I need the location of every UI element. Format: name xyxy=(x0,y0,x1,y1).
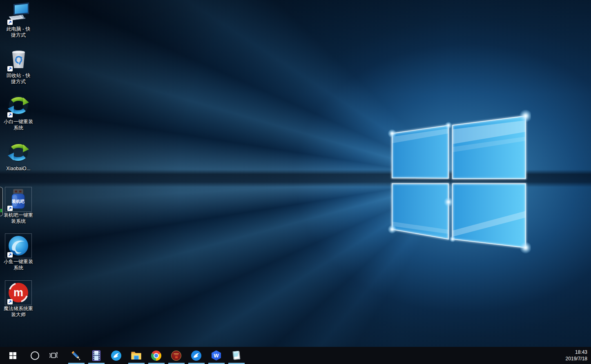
svg-text:m: m xyxy=(13,286,23,299)
taskbar-video-film-app[interactable] xyxy=(86,347,106,364)
shortcut-arrow-badge xyxy=(7,299,13,304)
taskbar-notepad[interactable] xyxy=(226,347,246,364)
task-view-icon xyxy=(49,352,58,359)
icon-label: 装机吧一键重装系统 xyxy=(0,212,37,224)
desktop-icon-xiaoyu-reinstall[interactable]: 小鱼一键重装系统 xyxy=(0,234,37,271)
desktop-icon-xiaobai-reinstall[interactable]: 小白一键重装系统 xyxy=(0,94,37,131)
shortcut-arrow-badge xyxy=(7,206,13,211)
taskbar-clock[interactable]: 18:43 2019/7/18 xyxy=(566,347,587,364)
icon-label: 小白一键重装系统 xyxy=(0,119,37,131)
svg-text:装机吧: 装机吧 xyxy=(11,199,25,204)
icon-label: 小鱼一键重装系统 xyxy=(0,259,37,271)
clock-date: 2019/7/18 xyxy=(566,355,587,362)
notepad-icon xyxy=(231,350,242,361)
film-strip-icon xyxy=(91,350,102,361)
wps-letter: W xyxy=(214,353,219,359)
desktop-icon-zhuangjiba-reinstall[interactable]: 装机吧 装机吧一键重装系统 xyxy=(0,188,37,224)
wing-icon xyxy=(111,351,121,361)
folder-icon xyxy=(131,351,142,360)
desktop-icon-this-pc[interactable]: 此电脑 - 快捷方式 xyxy=(0,2,37,38)
icon-label: 此电脑 - 快捷方式 xyxy=(0,26,37,38)
taskbar-chrome[interactable] xyxy=(146,347,166,364)
chrome-icon xyxy=(151,351,161,361)
task-view-button[interactable] xyxy=(44,347,63,364)
cortana-button[interactable] xyxy=(25,347,44,364)
desktop-icon-mofazhu-reinstall[interactable]: m 魔法猪系统重装大师 xyxy=(0,281,37,318)
shortcut-arrow-badge xyxy=(7,252,13,257)
icon-label: XiaobaiO... xyxy=(0,166,37,172)
taskbar-red-seal-app[interactable] xyxy=(166,347,186,364)
clock-time: 18:43 xyxy=(566,349,587,355)
shortcut-arrow-badge xyxy=(7,66,13,71)
desktop-icon-xiaobai-online[interactable]: XiaobaiO... xyxy=(0,141,37,172)
recycle-arrows-icon xyxy=(7,141,30,165)
wing-icon xyxy=(191,351,201,361)
pencil-icon xyxy=(71,350,82,361)
icon-label: 回收站 - 快捷方式 xyxy=(0,73,37,85)
taskbar-wing-messenger-light[interactable] xyxy=(106,347,126,364)
cortana-circle-icon xyxy=(31,351,39,360)
desktop: 此电脑 - 快捷方式 xyxy=(0,0,591,364)
windows-start-icon xyxy=(9,352,16,359)
shortcut-arrow-badge xyxy=(7,112,13,118)
shortcut-arrow-badge xyxy=(7,20,13,25)
taskbar-pencil-app[interactable] xyxy=(66,347,86,364)
start-button[interactable] xyxy=(4,347,22,364)
desktop-icon-recycle-bin[interactable]: 回收站 - 快捷方式 xyxy=(0,48,37,85)
wps-icon: W xyxy=(211,351,221,361)
red-seal-icon xyxy=(171,351,181,361)
taskbar-file-explorer[interactable] xyxy=(126,347,146,364)
taskbar-wps-office[interactable]: W xyxy=(206,347,226,364)
icon-label: 魔法猪系统重装大师 xyxy=(0,306,37,318)
taskbar-wing-messenger[interactable] xyxy=(186,347,206,364)
taskbar: W 18:43 2019/7/18 xyxy=(0,347,591,364)
windows-logo-wallpaper xyxy=(384,108,531,255)
